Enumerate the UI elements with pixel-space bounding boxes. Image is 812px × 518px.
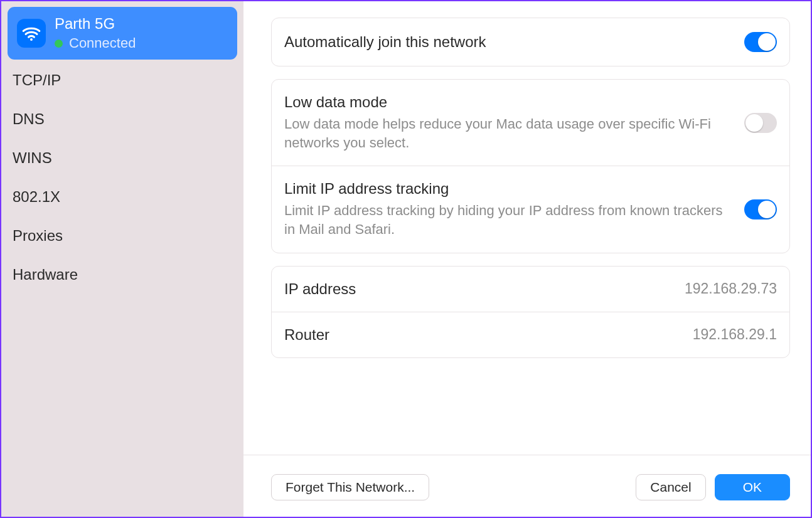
card-ip-info: IP address 192.168.29.73 Router 192.168.… <box>271 266 790 358</box>
sidebar-item-tcpip[interactable]: TCP/IP <box>8 62 237 98</box>
svg-point-0 <box>30 38 33 41</box>
auto-join-toggle[interactable] <box>744 32 777 52</box>
network-name: Parth 5G <box>55 14 136 34</box>
auto-join-label: Automatically join this network <box>284 33 733 51</box>
sidebar-item-proxies[interactable]: Proxies <box>8 218 237 254</box>
sidebar-item-network[interactable]: Parth 5G Connected <box>8 7 237 60</box>
limit-tracking-label: Limit IP address tracking <box>284 180 733 198</box>
sidebar-item-dns[interactable]: DNS <box>8 101 237 137</box>
network-status-label: Connected <box>69 34 136 53</box>
footer: Forget This Network... Cancel OK <box>243 455 811 517</box>
wifi-icon <box>17 19 46 48</box>
limit-tracking-desc: Limit IP address tracking by hiding your… <box>284 201 733 238</box>
limit-tracking-toggle[interactable] <box>744 199 777 219</box>
router-value: 192.168.29.1 <box>693 326 777 343</box>
sidebar-item-8021x[interactable]: 802.1X <box>8 179 237 215</box>
cancel-button[interactable]: Cancel <box>636 474 705 500</box>
ip-address-label: IP address <box>284 280 356 298</box>
sidebar: Parth 5G Connected TCP/IP DNS WINS 802.1… <box>1 1 243 517</box>
low-data-desc: Low data mode helps reduce your Mac data… <box>284 115 733 152</box>
ip-address-value: 192.168.29.73 <box>685 280 777 297</box>
sidebar-item-wins[interactable]: WINS <box>8 140 237 176</box>
router-label: Router <box>284 326 329 344</box>
forget-network-button[interactable]: Forget This Network... <box>271 474 429 500</box>
low-data-label: Low data mode <box>284 93 733 111</box>
ok-button[interactable]: OK <box>715 474 790 500</box>
main: Automatically join this network Low data… <box>243 1 811 517</box>
card-tracking: Low data mode Low data mode helps reduce… <box>271 79 790 253</box>
low-data-toggle[interactable] <box>744 113 777 133</box>
status-dot-icon <box>55 40 63 48</box>
network-status: Connected <box>55 34 136 53</box>
card-auto-join: Automatically join this network <box>271 18 790 66</box>
sidebar-item-hardware[interactable]: Hardware <box>8 256 237 293</box>
